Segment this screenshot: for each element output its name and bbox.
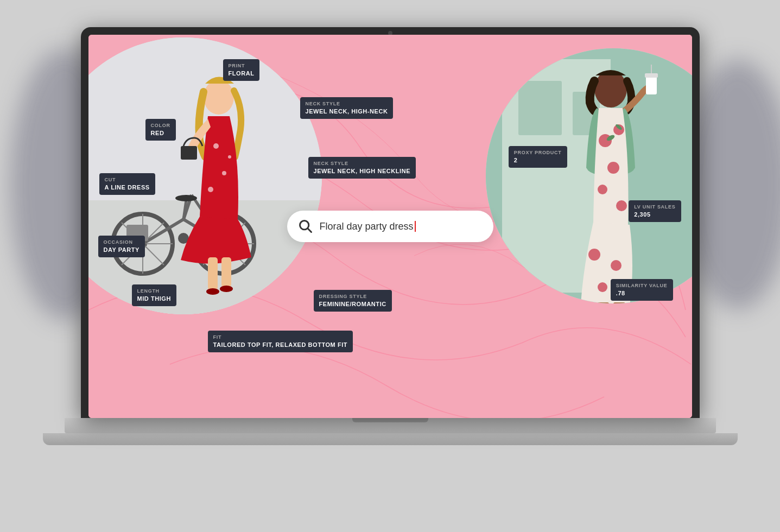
search-icon [298,219,313,234]
svg-point-47 [598,185,607,194]
svg-rect-30 [181,146,197,160]
label-fit-value: TAILORED TOP FIT, RELAXED BOTTOM FIT [213,341,348,349]
label-lv-unit-sales: LV UNIT SALES 2,305 [629,200,681,222]
label-length: LENGTH MID THIGH [132,284,176,306]
svg-point-22 [175,195,197,201]
label-occasion: OCCASION DAY PARTY [98,236,145,257]
laptop-bottom [43,433,738,445]
search-bar[interactable]: Floral day party dress [287,211,493,242]
svg-point-28 [208,187,213,192]
svg-rect-32 [221,257,231,287]
svg-point-26 [213,143,219,149]
label-lv-value: 2,305 [634,211,675,219]
label-length-value: MID THIGH [137,295,171,303]
label-print: PRINT FLORAL [223,59,260,81]
label-proxy-product: PROXY PRODUCT 2 [509,146,567,168]
svg-point-25 [204,80,234,115]
label-lv-title: LV UNIT SALES [634,204,675,211]
laptop-mockup: Floral day party dress PRINT FLORAL NECK… [43,27,738,505]
label-fit-title: FIT [213,334,348,341]
search-cursor [415,221,416,232]
label-occasion-title: OCCASION [104,239,140,246]
svg-rect-31 [208,257,218,290]
svg-point-29 [228,155,231,159]
label-neck2-value: JEWEL NECK, HIGH NECKLINE [314,167,411,175]
label-neck1-title: NECK STYLE [306,100,388,107]
label-occasion-value: DAY PARTY [104,246,140,254]
svg-rect-38 [518,81,562,135]
svg-point-51 [588,249,600,261]
label-dressing-value: FEMININE/ROMANTIC [319,300,386,308]
label-dressing-style: DRESSING STYLE FEMININE/ROMANTIC [314,290,392,312]
svg-rect-41 [646,75,657,94]
label-neck-style-2: NECK STYLE JEWEL NECK, HIGH NECKLINE [308,157,416,179]
svg-point-40 [594,71,627,107]
label-print-title: PRINT [229,62,255,69]
label-fit: FIT TAILORED TOP FIT, RELAXED BOTTOM FIT [208,331,353,352]
label-color: COLOR RED [145,119,176,141]
label-proxy-value: 2 [514,156,562,164]
label-similarity: SIMILARITY VALUE .78 [611,279,673,301]
svg-point-34 [220,286,233,292]
label-print-value: FLORAL [229,69,255,78]
svg-point-27 [222,171,226,175]
label-dressing-title: DRESSING STYLE [319,293,386,300]
label-color-title: COLOR [151,122,170,129]
svg-line-57 [308,229,311,232]
label-neck2-title: NECK STYLE [314,160,411,167]
laptop-screen-bezel: Floral day party dress PRINT FLORAL NECK… [81,27,700,418]
label-sim-title: SIMILARITY VALUE [616,282,668,289]
svg-rect-42 [645,73,658,78]
label-color-value: RED [151,129,170,137]
label-sim-value: .78 [616,289,668,297]
svg-point-33 [206,288,219,295]
label-cut-title: CUT [105,176,150,183]
label-length-title: LENGTH [137,288,171,295]
laptop-base [65,418,716,433]
label-cut: CUT A LINE DRESS [99,173,155,195]
label-proxy-title: PROXY PRODUCT [514,149,562,156]
svg-point-53 [598,282,607,292]
label-neck-style-1: NECK STYLE JEWEL NECK, HIGH-NECK [300,97,394,119]
laptop-screen: Floral day party dress PRINT FLORAL NECK… [88,35,692,418]
svg-point-48 [616,200,627,211]
label-cut-value: A LINE DRESS [105,183,150,192]
svg-point-52 [611,260,622,271]
label-neck1-value: JEWEL NECK, HIGH-NECK [306,107,388,116]
search-text: Floral day party dress [320,221,414,232]
svg-point-46 [607,162,619,174]
